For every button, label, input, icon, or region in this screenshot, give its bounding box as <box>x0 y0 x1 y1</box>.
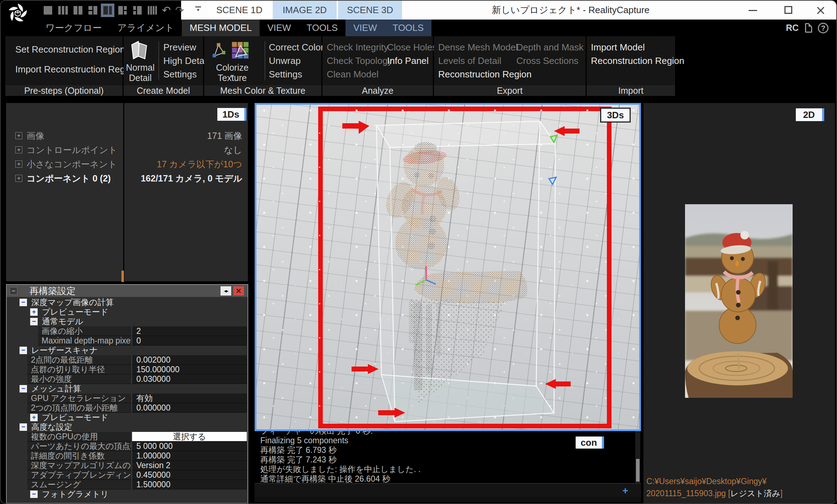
ribbon-command[interactable]: Clean Model <box>327 67 392 81</box>
menu-item[interactable]: アライメント <box>109 20 182 36</box>
setting-value[interactable]: 1.000000 <box>132 451 247 461</box>
document-icon[interactable] <box>805 23 812 33</box>
settings-row[interactable]: 2つの頂点間の最小距離 0.000000 <box>7 403 248 413</box>
ribbon-pin-icon[interactable]: ▼ <box>195 6 201 12</box>
menu-item[interactable]: MESH MODEL <box>182 20 260 36</box>
setting-value[interactable]: 有効 <box>132 394 247 403</box>
image-2d-panel[interactable]: 2D <box>643 103 835 504</box>
ribbon-command[interactable]: Settings <box>163 67 208 81</box>
view-badge-console[interactable]: con <box>576 437 604 449</box>
view-tab[interactable]: IMAGE 2D <box>273 1 337 20</box>
settings-row[interactable]: − 通常モデル <box>7 317 248 326</box>
view-tab[interactable]: SCENE 1D <box>207 1 271 20</box>
tree-item[interactable]: + 小さなコンポーネント <box>6 157 123 171</box>
setting-value[interactable]: 選択する <box>132 432 247 441</box>
settings-row[interactable]: アダプティブブレンディングの開始 0.450000 <box>7 470 248 480</box>
settings-row[interactable]: − メッシュ計算 <box>7 384 248 394</box>
ribbon-command[interactable]: Correct Colors <box>269 40 328 54</box>
gingerbread-photo[interactable] <box>685 204 793 398</box>
settings-row[interactable]: パーツあたりの最大の頂点数 5 000 000 <box>7 441 248 451</box>
settings-row[interactable]: − レーザースキャナ <box>7 346 248 355</box>
expand-icon[interactable]: + <box>15 146 22 153</box>
tree-item[interactable]: + コントロールポイント <box>6 143 123 157</box>
menu-item[interactable]: VIEW <box>346 20 385 36</box>
settings-row[interactable]: 2点間の最低距離 0.002000 <box>7 355 248 365</box>
ribbon-command[interactable]: Reconstruction Region <box>438 67 532 81</box>
setting-value[interactable]: 0.030000 <box>132 374 247 384</box>
tree-item[interactable]: + コンポーネント 0 (2) <box>6 171 123 185</box>
expander-icon[interactable]: + <box>30 308 38 316</box>
ribbon-command[interactable]: Import Model <box>591 40 684 54</box>
expand-icon[interactable]: + <box>15 132 22 139</box>
ribbon-command[interactable]: Settings <box>269 67 328 81</box>
expand-icon[interactable]: + <box>15 175 22 182</box>
close-button[interactable] <box>806 1 834 20</box>
import-reconstruction-region-button[interactable]: Import Reconstruction Region <box>15 62 137 77</box>
normal-detail-label[interactable]: Normal Detail <box>124 63 156 83</box>
dock-icon[interactable]: ◂▸ <box>221 286 231 296</box>
ribbon-command[interactable]: Reconstruction Region <box>591 54 684 67</box>
settings-row[interactable]: GPU アクセラレーション 有効 <box>7 394 248 403</box>
settings-row[interactable]: + プレビューモード <box>7 307 248 317</box>
settings-row[interactable]: 深度マップアルゴリズムのバージョン Version 2 <box>7 461 248 470</box>
setting-value[interactable]: 150.000000 <box>132 365 247 374</box>
ribbon-command[interactable]: High Detail <box>163 54 208 67</box>
view-badge-3ds[interactable]: 3Ds <box>600 108 631 123</box>
setting-value[interactable]: 0 <box>132 336 247 346</box>
expander-icon[interactable]: + <box>30 414 38 421</box>
scrollbar-thumb[interactable] <box>636 459 640 482</box>
view-badge-2d[interactable]: 2D <box>796 108 824 121</box>
layout-single-icon[interactable] <box>43 5 53 16</box>
expand-icon[interactable]: + <box>15 161 22 168</box>
settings-row[interactable]: 点群の切り取り半径 150.000000 <box>7 365 248 374</box>
layout-grid-icon[interactable] <box>117 5 128 16</box>
ribbon-command[interactable]: Preview <box>163 40 208 54</box>
setting-value[interactable]: 1.500000 <box>132 480 247 489</box>
settings-header[interactable]: − 再構築設定 ◂▸ ✕ <box>7 285 248 297</box>
layout-four-columns-icon[interactable] <box>147 5 158 16</box>
ribbon-command[interactable]: Close Holes <box>387 40 437 54</box>
scene-3d-viewport[interactable]: 3Ds <box>255 103 641 431</box>
set-reconstruction-region-button[interactable]: Set Reconstruction Region ▾ <box>15 42 131 57</box>
expander-icon[interactable]: − <box>20 347 27 354</box>
expander-icon[interactable]: − <box>20 385 27 392</box>
collapse-icon[interactable]: − <box>10 287 17 295</box>
menu-item[interactable]: VIEW <box>260 20 299 36</box>
setting-value[interactable]: 0.000000 <box>132 403 247 413</box>
settings-row[interactable]: 詳細度の間引き係数 1.000000 <box>7 451 248 461</box>
menu-item[interactable]: TOOLS <box>385 20 431 36</box>
view-tab[interactable]: SCENE 3D <box>338 1 402 20</box>
ribbon-command[interactable]: Info Panel <box>387 54 437 67</box>
colorize-icon[interactable] <box>209 41 228 60</box>
settings-row[interactable]: + プレビューモード <box>7 413 248 422</box>
settings-row[interactable]: スムージング 1.500000 <box>7 480 248 489</box>
settings-row[interactable]: − フォトグラメトリ <box>7 489 248 499</box>
layout-two-columns-icon[interactable] <box>72 5 83 16</box>
expander-icon[interactable]: − <box>30 491 38 498</box>
expander-icon[interactable]: − <box>20 423 27 431</box>
layout-two-over-one-icon[interactable] <box>132 5 143 16</box>
console-scrollbar[interactable] <box>635 431 640 483</box>
close-panel-icon[interactable]: ✕ <box>233 286 244 296</box>
tree-item[interactable]: + 画像 <box>6 129 123 143</box>
settings-row[interactable]: − 深度マップ画像の計算 <box>7 298 248 307</box>
point-cloud-scene[interactable] <box>256 105 639 429</box>
console-input[interactable]: + <box>255 483 641 497</box>
ribbon-command[interactable]: Cross Sections <box>516 54 583 67</box>
redo-icon[interactable]: ↷ <box>175 5 184 16</box>
setting-value[interactable]: 5 000 000 <box>132 441 247 451</box>
view-badge-1ds[interactable]: 1Ds <box>217 108 246 121</box>
expander-icon[interactable]: − <box>30 318 38 325</box>
settings-row[interactable]: 画像の縮小 2 <box>7 326 248 336</box>
layout-left-stack-icon[interactable] <box>87 5 98 16</box>
ribbon-command[interactable]: Check Integrity <box>327 40 392 54</box>
help-icon[interactable]: ? <box>818 23 828 33</box>
ribbon-command[interactable]: Depth and Mask <box>516 40 583 54</box>
console-panel[interactable]: フィーチャーの検出 完了 0 秒.Finalizing 5 components… <box>255 431 641 483</box>
layout-main-left-icon[interactable] <box>102 5 113 16</box>
ribbon-command[interactable]: Check Topology <box>327 54 392 67</box>
expander-icon[interactable]: − <box>20 299 27 306</box>
settings-row[interactable]: Maximal depth-map pixels... 0 <box>7 336 248 346</box>
layout-three-columns-icon[interactable] <box>58 5 68 16</box>
minimize-button[interactable] <box>739 1 767 20</box>
